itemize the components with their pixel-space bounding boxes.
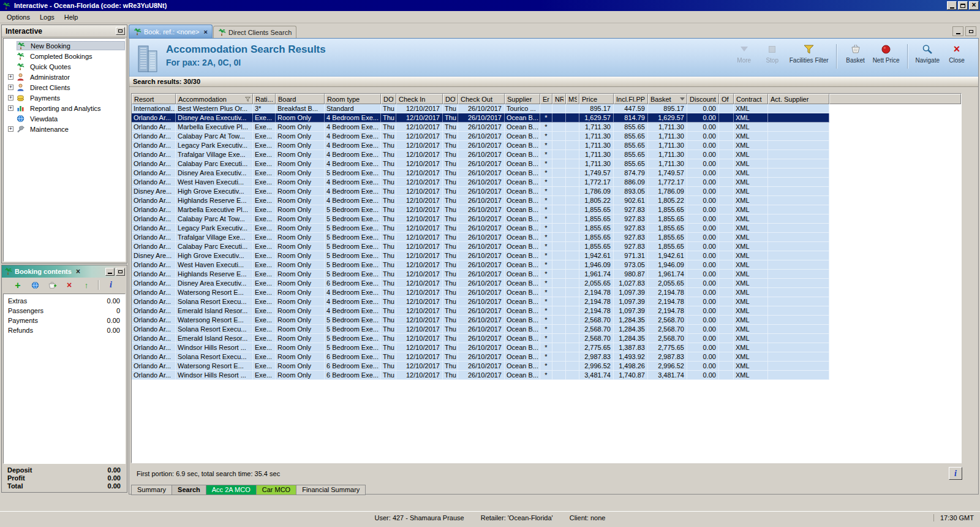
column-header-nr[interactable]: NR	[552, 94, 566, 104]
sidebar-item-payments[interactable]: +Payments	[4, 93, 125, 103]
column-header-incl-fl-pp[interactable]: Incl.Fl.PP	[614, 94, 648, 104]
toolbar-button-basket[interactable]: Basket	[845, 43, 867, 64]
list-item[interactable]: Payments0.00	[4, 316, 125, 325]
table-row[interactable]: Orlando Ar...Disney Area Executiv...Exe.…	[132, 169, 829, 178]
column-header-er[interactable]: Er	[540, 94, 552, 104]
column-header-supplier[interactable]: Supplier	[505, 94, 540, 104]
column-header-board[interactable]: Board	[276, 94, 325, 104]
table-row[interactable]: Orlando Ar...Highlands Reserve E...Exe..…	[132, 270, 829, 279]
toolbar-button-close[interactable]: ×Close	[946, 43, 968, 64]
table-row[interactable]: Disney Are...High Grove Executiv...Exe..…	[132, 187, 829, 196]
list-item[interactable]: Passengers0	[4, 306, 125, 316]
table-row[interactable]: Orlando Ar...Disney Area Executiv...Exe.…	[132, 113, 829, 123]
menu-item-options[interactable]: Options	[2, 12, 35, 22]
column-header-room-type[interactable]: Room type	[325, 94, 381, 104]
tab-close-icon[interactable]: ×	[204, 28, 208, 36]
tab-book-ref-none[interactable]: Book. ref.: <none>×	[129, 25, 213, 38]
tab-direct-clients-search[interactable]: Direct Clients Search	[213, 26, 296, 38]
table-row[interactable]: Orlando Ar...Watersong Resort E...Exe...…	[132, 316, 829, 325]
list-item[interactable]: Extras0.00	[4, 296, 125, 306]
booking-tool-add-plus-icon[interactable]: +	[12, 279, 23, 290]
column-header-resort[interactable]: Resort	[132, 94, 176, 104]
table-row[interactable]: Orlando Ar...Emerald Island Resor...Exe.…	[132, 334, 829, 343]
column-header-ms[interactable]: MS	[566, 94, 579, 104]
booking-tool-info-icon[interactable]: i	[105, 279, 116, 290]
column-header-of[interactable]: Of	[719, 94, 734, 104]
expander-icon[interactable]: +	[8, 85, 13, 90]
expander-icon[interactable]: +	[8, 95, 13, 100]
sidebar-item-completed-bookings[interactable]: +Completed Bookings	[4, 51, 125, 61]
table-row[interactable]: Orlando Ar...Trafalgar Village Exe...Exe…	[132, 233, 829, 242]
column-header-price[interactable]: Price	[579, 94, 614, 104]
close-panel-icon[interactable]: ×	[74, 267, 82, 276]
table-row[interactable]: Orlando Ar...Windsor Hills Resort ...Exe…	[132, 343, 829, 352]
table-row[interactable]: Orlando Ar...Solana Resort Execu...Exe..…	[132, 297, 829, 306]
panel-collapse-button[interactable]	[116, 27, 125, 35]
column-header-contract[interactable]: Contract	[734, 94, 768, 104]
table-row[interactable]: International...Best Western Plus Or...3…	[132, 104, 829, 113]
column-header-act-supplier[interactable]: Act. Supplier	[768, 94, 829, 104]
column-header-dow[interactable]: DOW	[381, 94, 396, 104]
booking-tool-move-up-icon[interactable]: ↑	[81, 279, 92, 290]
expander-icon[interactable]: +	[8, 74, 13, 80]
table-row[interactable]: Orlando Ar...Emerald Island Resor...Exe.…	[132, 306, 829, 316]
column-header-dow[interactable]: DOW	[443, 94, 458, 104]
table-row[interactable]: Orlando Ar...West Haven Executi...Exe...…	[132, 260, 829, 270]
mdi-restore-button[interactable]	[965, 26, 976, 36]
mdi-minimize-button[interactable]	[952, 26, 963, 36]
table-row[interactable]: Orlando Ar...Watersong Resort E...Exe...…	[132, 288, 829, 297]
bottom-tab-search[interactable]: Search	[172, 485, 206, 495]
sidebar-item-reporting-and-analytics[interactable]: +Reporting and Analytics	[4, 103, 125, 113]
sidebar-item-viewdata[interactable]: +Viewdata	[4, 113, 125, 124]
column-header-rati[interactable]: Rati...	[253, 94, 276, 104]
expander-icon[interactable]: +	[8, 126, 13, 132]
table-row[interactable]: Orlando Ar...Highlands Reserve E...Exe..…	[132, 196, 829, 205]
expander-icon[interactable]: +	[8, 105, 13, 111]
table-row[interactable]: Orlando Ar...Calabay Parc Executi...Exe.…	[132, 242, 829, 251]
list-item[interactable]: Refunds0.00	[4, 325, 125, 335]
table-row[interactable]: Orlando Ar...Legacy Park Executiv...Exe.…	[132, 224, 829, 233]
column-header-accommodation[interactable]: Accommodation	[176, 94, 253, 104]
toolbar-button-facilities-filter[interactable]: Facilities Filter	[790, 43, 829, 64]
booking-tool-globe-icon[interactable]	[29, 279, 40, 290]
table-row[interactable]: Orlando Ar...Calabay Parc At Tow...Exe..…	[132, 132, 829, 141]
table-row[interactable]: Orlando Ar...Calabay Parc At Tow...Exe..…	[132, 214, 829, 224]
info-button[interactable]: i	[949, 467, 962, 480]
close-button[interactable]: ×	[969, 1, 979, 10]
table-row[interactable]: Orlando Ar...West Haven Executi...Exe...…	[132, 178, 829, 187]
sidebar-item-new-booking[interactable]: +New Booking	[4, 40, 125, 51]
bottom-tab-financial-summary[interactable]: Financial Summary	[296, 485, 366, 495]
table-row[interactable]: Orlando Ar...Solana Resort Execu...Exe..…	[132, 352, 829, 362]
bottom-tab-acc-2a-mco[interactable]: Acc 2A MCO	[206, 485, 257, 495]
panel-minimize-button[interactable]	[105, 268, 115, 276]
sidebar-item-administrator[interactable]: +Administrator	[4, 72, 125, 82]
table-row[interactable]: Orlando Ar...Disney Area Executiv...Exe.…	[132, 279, 829, 288]
table-row[interactable]: Orlando Ar...Marbella Executive Pl...Exe…	[132, 123, 829, 132]
sidebar-item-maintenance[interactable]: +Maintenance	[4, 124, 125, 134]
bottom-tab-summary[interactable]: Summary	[131, 485, 172, 495]
sidebar-item-direct-clients[interactable]: +Direct Clients	[4, 82, 125, 93]
column-header-basket[interactable]: Basket	[648, 94, 687, 104]
table-row[interactable]: Orlando Ar...Watersong Resort E...Exe...…	[132, 362, 829, 371]
table-row[interactable]: Orlando Ar...Windsor Hills Resort ...Exe…	[132, 371, 829, 380]
filter-funnel-icon[interactable]	[245, 95, 251, 104]
maximize-button[interactable]	[958, 1, 968, 10]
booking-tool-delete-x-icon[interactable]: ×	[64, 279, 75, 290]
table-row[interactable]: Disney Are...High Grove Executiv...Exe..…	[132, 251, 829, 260]
menu-item-help[interactable]: Help	[59, 12, 83, 22]
toolbar-button-nett-price[interactable]: Nett Price	[873, 43, 900, 64]
panel-restore-button[interactable]	[116, 268, 125, 276]
table-row[interactable]: Orlando Ar...Solana Resort Execu...Exe..…	[132, 325, 829, 334]
minimize-button[interactable]	[947, 1, 957, 10]
menu-item-logs[interactable]: Logs	[35, 12, 59, 22]
column-header-check-out[interactable]: Check Out	[458, 94, 505, 104]
table-row[interactable]: Orlando Ar...Calabay Parc Executi...Exe.…	[132, 159, 829, 169]
bottom-tab-car-mco[interactable]: Car MCO	[257, 485, 296, 495]
toolbar-button-navigate[interactable]: Navigate	[916, 43, 940, 64]
column-header-check-in[interactable]: Check In	[396, 94, 443, 104]
table-row[interactable]: Orlando Ar...Marbella Executive Pl...Exe…	[132, 205, 829, 214]
table-row[interactable]: Orlando Ar...Trafalgar Village Exe...Exe…	[132, 150, 829, 159]
sidebar-item-quick-quotes[interactable]: +Quick Quotes	[4, 61, 125, 72]
column-header-discount[interactable]: Discount	[687, 94, 719, 104]
booking-tool-basket-add-icon[interactable]	[47, 279, 58, 290]
